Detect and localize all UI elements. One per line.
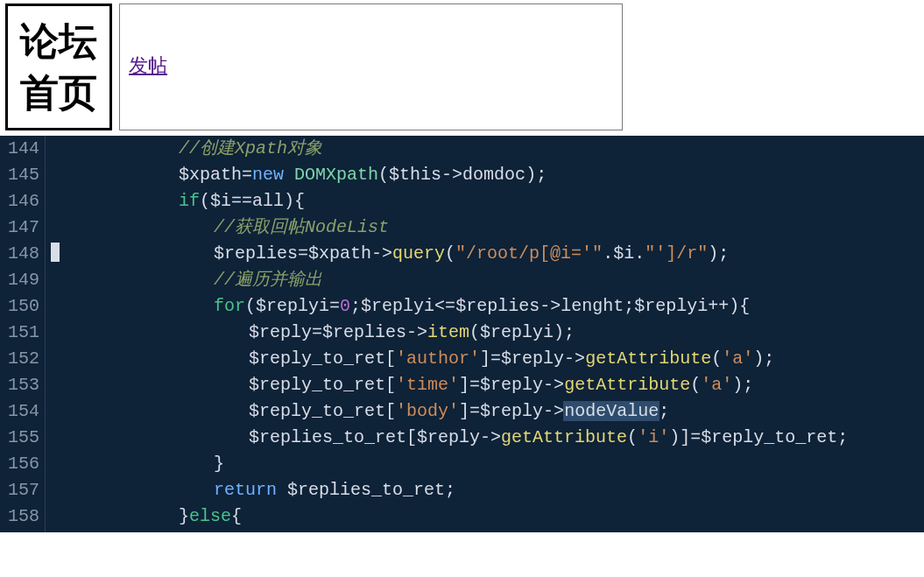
- code-token: ;: [350, 296, 361, 316]
- code-token: $reply_to_ret: [249, 375, 385, 395]
- code-token: $reply: [249, 322, 312, 342]
- code-token: (: [445, 243, 455, 264]
- code-token: ]: [459, 375, 469, 395]
- code-token: ]: [480, 348, 490, 369]
- code-token: $xpath: [308, 243, 371, 264]
- code-line[interactable]: $reply_to_ret['body']=$reply->nodeValue;: [74, 398, 924, 425]
- code-token: $reply_to_ret: [701, 427, 837, 447]
- code-token: getAttribute: [585, 348, 711, 369]
- code-token: $replyi: [634, 296, 708, 316]
- code-token: domdoc: [462, 165, 525, 185]
- code-line[interactable]: //遍历并输出: [74, 267, 924, 293]
- code-line[interactable]: //获取回帖NodeList: [74, 215, 924, 241]
- code-token: $replies: [455, 296, 540, 316]
- code-line[interactable]: $replies_to_ret[$reply->getAttribute('i'…: [74, 425, 924, 451]
- code-line[interactable]: if($i==all){: [74, 188, 924, 215]
- code-token: =: [490, 348, 501, 369]
- code-token: 'time': [396, 375, 459, 395]
- code-line[interactable]: return $replies_to_ret;: [74, 477, 924, 503]
- code-token: =: [469, 401, 480, 421]
- code-token: );: [732, 375, 753, 395]
- code-token: $reply: [480, 375, 543, 395]
- code-token: (: [378, 165, 389, 185]
- code-line[interactable]: $xpath=new DOMXpath($this->domdoc);: [74, 162, 924, 188]
- line-number-gutter: 1441451461471481491501511521531541551561…: [0, 136, 46, 532]
- code-line[interactable]: //创建Xpath对象: [74, 136, 924, 162]
- code-token: $xpath: [179, 165, 242, 185]
- code-token: ){: [729, 296, 750, 316]
- line-number: 150: [0, 293, 39, 320]
- line-number: 154: [0, 398, 39, 425]
- code-line[interactable]: $reply_to_ret['time']=$reply->getAttribu…: [74, 372, 924, 398]
- code-token: ->: [543, 401, 564, 421]
- code-token: );: [525, 165, 547, 185]
- code-token: .: [603, 243, 613, 264]
- code-token: $this: [389, 165, 441, 185]
- code-token: //获取回帖NodeList: [214, 217, 389, 237]
- line-number: 155: [0, 425, 39, 451]
- code-token: ->: [480, 427, 501, 447]
- line-number: 144: [0, 136, 39, 162]
- line-number: 158: [0, 503, 39, 530]
- code-token: //创建Xpath对象: [179, 138, 322, 158]
- code-token: (: [627, 427, 638, 447]
- code-token: $i: [613, 243, 634, 264]
- code-token: $reply: [417, 427, 480, 447]
- code-token: )]: [669, 427, 690, 447]
- code-line[interactable]: for($replyi=0;$replyi<=$replies->lenght;…: [74, 293, 924, 320]
- code-token: ->: [540, 296, 561, 316]
- code-editor[interactable]: 1441451461471481491501511521531541551561…: [0, 136, 924, 532]
- code-token: ;: [837, 427, 848, 447]
- code-token: (: [469, 322, 480, 342]
- editor-cursor: [51, 243, 60, 262]
- code-token: "/root/p[@i='": [455, 243, 603, 264]
- forum-home-line1: 论坛: [20, 18, 97, 63]
- code-token: 'body': [396, 401, 459, 421]
- code-token: if: [179, 191, 200, 211]
- line-number: 146: [0, 188, 39, 215]
- code-token: ->: [564, 348, 585, 369]
- code-line[interactable]: $reply=$replies->item($replyi);: [74, 320, 924, 346]
- code-line[interactable]: $reply_to_ret['author']=$reply->getAttri…: [74, 346, 924, 372]
- code-line[interactable]: }: [74, 451, 924, 477]
- code-area[interactable]: //创建Xpath对象$xpath=new DOMXpath($this->do…: [46, 136, 924, 532]
- code-token: =: [312, 322, 322, 342]
- code-token: ==: [231, 191, 252, 211]
- code-token: else: [189, 506, 231, 526]
- line-number: 156: [0, 451, 39, 477]
- code-token: 'author': [396, 348, 480, 369]
- code-token: getAttribute: [501, 427, 627, 447]
- code-line[interactable]: }else{: [74, 503, 924, 530]
- code-token: $reply_to_ret: [249, 401, 385, 421]
- code-token: all: [252, 191, 284, 211]
- code-token: ;: [659, 401, 669, 421]
- code-token: [: [385, 401, 396, 421]
- code-token: );: [708, 243, 729, 264]
- code-token: for: [214, 296, 245, 316]
- code-token: [: [406, 427, 417, 447]
- line-number: 149: [0, 267, 39, 293]
- code-token: 0: [340, 296, 350, 316]
- code-token: $replies_to_ret: [287, 480, 445, 500]
- line-number: 145: [0, 162, 39, 188]
- line-number: 148: [0, 241, 39, 267]
- code-token: ->: [441, 165, 462, 185]
- code-token: ;: [624, 296, 634, 316]
- code-token: ->: [371, 243, 392, 264]
- code-token: "']/r": [645, 243, 708, 264]
- code-token: [: [385, 375, 396, 395]
- code-token: [: [385, 348, 396, 369]
- code-token: $replyi: [480, 322, 554, 342]
- code-token: );: [554, 322, 575, 342]
- code-line[interactable]: $replies=$xpath->query("/root/p[@i='".$i…: [74, 241, 924, 267]
- code-token: 'i': [638, 427, 669, 447]
- post-link[interactable]: 发帖: [129, 53, 167, 79]
- code-token: .: [634, 243, 645, 264]
- line-number: 152: [0, 346, 39, 372]
- code-token: (: [245, 296, 256, 316]
- code-token: (: [200, 191, 210, 211]
- code-token: $reply_to_ret: [249, 348, 385, 369]
- post-panel: 发帖: [119, 4, 623, 130]
- page-header: 论坛 首页 发帖: [0, 0, 924, 134]
- code-token: );: [753, 348, 774, 369]
